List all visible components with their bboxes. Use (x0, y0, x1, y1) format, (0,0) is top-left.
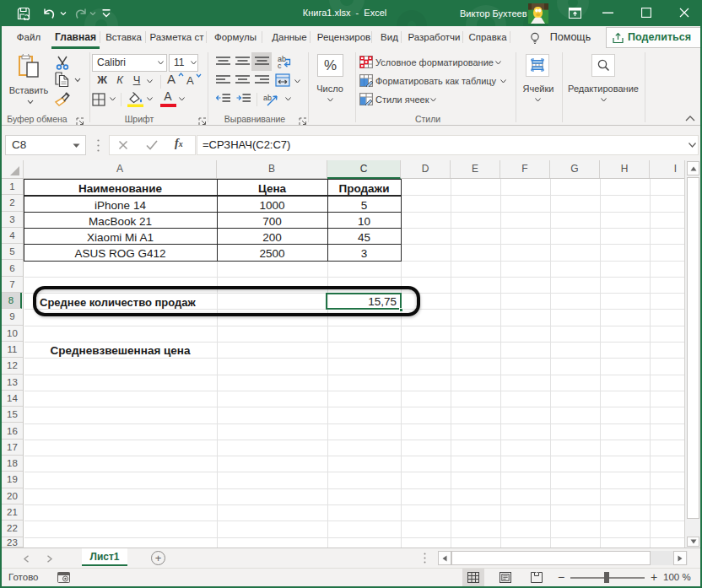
svg-text:ab: ab (263, 94, 272, 102)
svg-text:c: c (278, 62, 282, 69)
